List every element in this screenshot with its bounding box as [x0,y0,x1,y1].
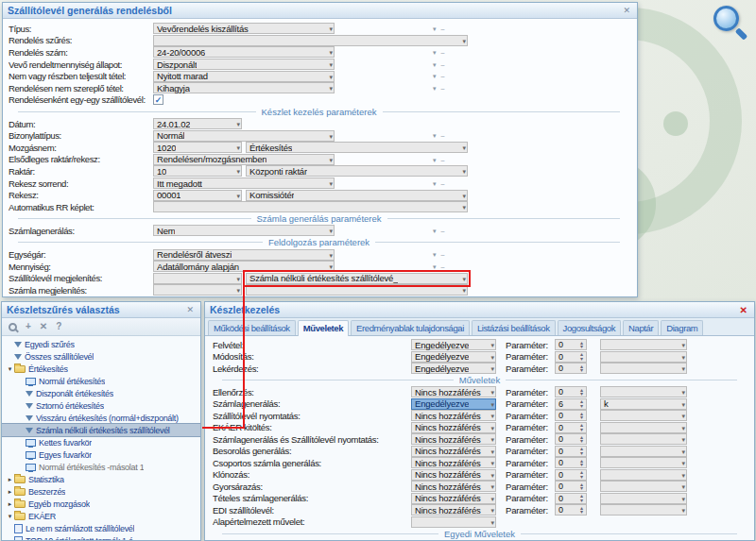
spin-down-icon[interactable]: ▾ [580,451,583,456]
access-dropdown[interactable]: Engedélyezve▾ [411,339,496,350]
tree-item[interactable]: Kettes fuvarkör [2,436,200,448]
dropdown-field[interactable]: Kihagyja▾ [153,82,335,93]
clear-field-icon[interactable]: – [441,178,445,189]
dropdown-field[interactable]: ▾ [153,273,242,284]
spin-down-icon[interactable]: ▾ [580,463,583,467]
extra-parameter-dropdown[interactable]: ▾ [600,386,687,397]
chevron-down-icon[interactable]: ▾ [433,178,437,189]
dropdown-field[interactable]: Nyitott marad▾ [153,71,335,82]
parameter-stepper[interactable]: 0▴▾ [555,504,587,516]
tree-item[interactable]: ▸Statisztika [2,473,200,485]
access-dropdown[interactable]: Nincs hozzáférés▾ [411,422,496,433]
extra-parameter-dropdown[interactable]: ▾ [600,339,687,350]
access-dropdown[interactable]: Engedélyezve▾ [411,351,496,363]
chevron-down-icon[interactable]: ▾ [433,24,437,34]
tree-expander-icon[interactable]: ▾ [6,513,14,520]
access-dropdown[interactable]: Nincs hozzáférés▾ [411,433,496,445]
parameter-stepper[interactable]: 6▴▾ [555,398,587,410]
clear-field-icon[interactable]: – [441,83,445,93]
spin-down-icon[interactable]: ▾ [580,404,583,409]
access-dropdown[interactable]: Nincs hozzáférés▾ [411,504,496,516]
spinner-arrows-icon[interactable]: ▴▾ [577,435,586,444]
tree-item[interactable]: Egyedi szűrés [2,338,200,350]
parameter-stepper[interactable]: 0▴▾ [555,469,587,481]
access-dropdown[interactable]: Engedélyezve▾ [411,398,496,410]
tree-item[interactable]: ▾EKÁER [2,510,200,522]
spin-down-icon[interactable]: ▾ [580,428,583,432]
clear-field-icon[interactable]: – [441,226,445,236]
extra-parameter-dropdown[interactable]: ▾ [600,363,687,374]
access-dropdown[interactable]: Nincs hozzáférés▾ [411,493,496,504]
clear-field-icon[interactable]: – [441,47,445,58]
access-dropdown[interactable]: Nincs hozzáférés▾ [411,469,496,481]
tree-item[interactable]: ▾Értékesítés [2,363,200,375]
dropdown-field[interactable]: 24.01.02▾ [153,118,242,129]
dropdown-field[interactable]: Központi raktár▾ [246,165,468,177]
tab[interactable]: Listázási beállítások [472,320,556,335]
dropdown-field[interactable]: 00001▾ [153,190,242,201]
tree-item[interactable]: Normál értékesítés [2,375,200,387]
add-icon[interactable]: + [26,321,31,332]
tree-item[interactable]: ▸Egyéb mozgások [2,498,200,510]
dropdown-field[interactable]: 10▾ [153,165,242,177]
tree-item[interactable]: Számla nélküli értékesítés szállítólevél [2,424,200,436]
tab[interactable]: Műveletek [298,320,349,336]
spin-down-icon[interactable]: ▾ [580,368,583,373]
spinner-arrows-icon[interactable]: ▴▾ [577,352,586,361]
access-dropdown[interactable]: Engedélyezve▾ [411,363,496,374]
parameter-stepper[interactable]: 0▴▾ [555,493,587,504]
tree-item[interactable]: Összes szállítólevél [2,350,200,363]
dropdown-field[interactable]: Adatállomány alapján▾ [153,261,335,272]
dropdown-field[interactable]: Itt megadott▾ [153,178,335,189]
tree-expander-icon[interactable]: ▸ [6,476,14,483]
extra-parameter-dropdown[interactable]: ▾ [600,446,687,457]
extra-parameter-dropdown[interactable]: ▾ [600,481,687,492]
extra-parameter-dropdown[interactable]: ▾ [600,410,687,421]
tree-item[interactable]: TOP 10 értékesített termék 1 é [2,534,200,540]
extra-parameter-dropdown[interactable]: ▾ [600,351,687,363]
chevron-down-icon[interactable]: ▾ [433,71,437,81]
dropdown-field[interactable]: 1020▾ [153,142,242,153]
dropdown-field[interactable]: Számla nélküli értékesítés szállítólevé_… [246,273,468,284]
spinner-arrows-icon[interactable]: ▴▾ [577,423,586,431]
access-dropdown[interactable]: Nincs hozzáférés▾ [411,446,496,457]
tree-item[interactable]: Normál értékesítés -másolat 1 [2,461,200,473]
clear-field-icon[interactable]: – [441,71,445,81]
spinner-arrows-icon[interactable]: ▴▾ [577,412,586,420]
parameter-stepper[interactable]: 0▴▾ [555,433,587,445]
chevron-down-icon[interactable]: ▾ [433,47,437,58]
extra-parameter-dropdown[interactable]: k▾ [600,398,687,410]
dropdown-field[interactable]: Vevőrendelés kiszállítás▾ [153,23,335,34]
chevron-down-icon[interactable]: ▾ [433,59,437,70]
spinner-arrows-icon[interactable]: ▴▾ [577,470,586,479]
dropdown-field[interactable]: ▾ [153,201,468,212]
spin-down-icon[interactable]: ▾ [580,439,583,444]
tree-item[interactable]: Le nem számlázott szállítólevél [2,522,200,534]
tree-item[interactable]: Egyes fuvarkör [2,448,200,461]
parameter-stepper[interactable]: 0▴▾ [555,457,587,468]
extra-parameter-dropdown[interactable]: ▾ [600,469,687,481]
close-icon[interactable]: ✕ [184,303,196,317]
search-icon[interactable] [9,323,17,331]
tree-item[interactable]: Visszáru értékesítés (normál+diszponált) [2,412,200,424]
clear-field-icon[interactable]: – [441,249,445,260]
clear-field-icon[interactable]: – [441,155,445,165]
extra-parameter-dropdown[interactable]: ▾ [600,493,687,504]
spin-down-icon[interactable]: ▾ [580,357,583,362]
spinner-arrows-icon[interactable]: ▴▾ [577,459,586,467]
spin-down-icon[interactable]: ▾ [580,486,583,491]
extra-parameter-dropdown[interactable]: ▾ [600,504,687,516]
tree-expander-icon[interactable]: ▸ [6,500,14,508]
dropdown-field[interactable]: Komissiótér▾ [246,190,468,201]
help-icon[interactable]: ? [56,321,61,332]
tab[interactable]: Diagram [661,320,703,335]
tab[interactable]: Működési beállítások [208,320,296,335]
parameter-stepper[interactable]: 0▴▾ [555,410,587,421]
spinner-arrows-icon[interactable]: ▴▾ [577,482,586,491]
access-dropdown[interactable]: ▾ [411,516,496,528]
chevron-down-icon[interactable]: ▾ [433,262,437,272]
dropdown-field[interactable]: 24-20/00006▾ [153,46,335,58]
dropdown-field[interactable]: ▾ [153,284,242,296]
tab[interactable]: Eredményablak tulajdonságai [351,320,470,335]
extra-parameter-dropdown[interactable]: ▾ [600,457,687,468]
